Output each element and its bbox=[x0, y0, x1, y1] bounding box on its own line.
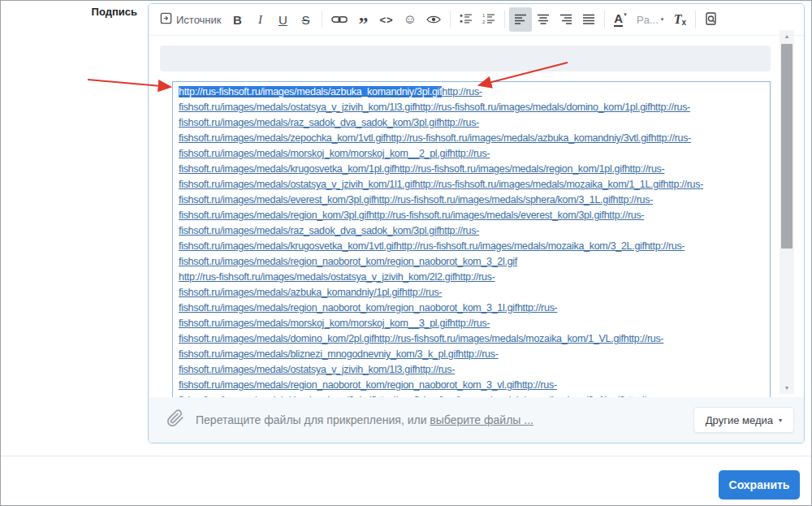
link-button[interactable] bbox=[326, 7, 352, 32]
chevron-down-icon: ▾ bbox=[779, 417, 782, 424]
url-text-line: fishsoft.ru/images/medals/ostatsya_v_jzi… bbox=[179, 362, 764, 378]
url-text-line: fishsoft.ru/images/medals/ostatsya_v_jzi… bbox=[179, 177, 764, 192]
align-left-icon bbox=[514, 13, 527, 27]
preview-toggle-button[interactable] bbox=[421, 7, 446, 32]
align-right-button[interactable] bbox=[555, 7, 577, 32]
signature-editor-screen: Подпись Источник B I U S ” <> ☺ bbox=[0, 0, 812, 506]
underline-button[interactable]: U bbox=[272, 7, 295, 32]
bullet-list-button[interactable] bbox=[455, 7, 477, 32]
url-text-line-first: http://rus-fishsoft.ru/images/medals/azb… bbox=[179, 84, 764, 100]
paragraph-format-dropdown[interactable]: Pa... ▾ bbox=[632, 7, 668, 32]
url-text-line: fishsoft.ru/images/medals/zepochka_kom/1… bbox=[179, 131, 764, 146]
other-media-label: Другие медиа bbox=[706, 414, 773, 426]
editor-content-area: http://rus-fishsoft.ru/images/medals/azb… bbox=[149, 36, 804, 397]
rich-text-editor: Источник B I U S ” <> ☺ bbox=[148, 3, 805, 443]
scroll-up-arrow[interactable]: ▴ bbox=[780, 30, 794, 42]
italic-icon: I bbox=[258, 13, 262, 27]
smiley-icon: ☺ bbox=[404, 12, 417, 27]
align-right-icon bbox=[559, 13, 572, 27]
strikethrough-button[interactable]: S bbox=[295, 7, 317, 32]
justify-icon bbox=[582, 13, 595, 27]
url-text-line: fishsoft.ru/images/medals/everest_kom/3p… bbox=[179, 192, 764, 208]
remove-format-button[interactable]: T x bbox=[668, 7, 691, 32]
paragraph-format-label: Pa... bbox=[637, 14, 659, 26]
document-magnifier-icon bbox=[705, 12, 718, 28]
url-text-line: fishsoft.ru/images/medals/krugosvetka_ko… bbox=[179, 162, 764, 177]
emoji-button[interactable]: ☺ bbox=[399, 7, 421, 32]
url-text-line: http://rus-fishsoft.ru/images/medals/ost… bbox=[179, 270, 764, 285]
chevron-down-icon: ▾ bbox=[624, 11, 627, 18]
paperclip-icon bbox=[166, 409, 184, 430]
strikethrough-icon: S bbox=[301, 13, 309, 27]
italic-button[interactable]: I bbox=[249, 7, 272, 32]
bold-icon: B bbox=[233, 13, 242, 27]
text-color-button[interactable]: A ▾ bbox=[609, 7, 632, 32]
code-button[interactable]: <> bbox=[375, 7, 399, 32]
toolbar-separator bbox=[604, 11, 605, 28]
url-text-line: fishsoft.ru/images/medals/region_kom/3pl… bbox=[179, 208, 764, 223]
align-center-icon bbox=[537, 13, 550, 27]
source-button[interactable]: Источник bbox=[155, 7, 227, 32]
toolbar-separator bbox=[504, 11, 505, 28]
toolbar-separator bbox=[322, 11, 322, 28]
link-icon bbox=[331, 13, 348, 27]
signature-field-label: Подпись bbox=[1, 6, 137, 18]
url-text-line: fishsoft.ru/images/medals/krugosvetka_ko… bbox=[179, 239, 764, 254]
underline-icon: U bbox=[279, 13, 287, 27]
numbered-list-button[interactable]: 12 bbox=[477, 7, 500, 32]
empty-paragraph-block bbox=[160, 45, 771, 71]
url-text-line: fishsoft.ru/images/medals/raz_sadok_dva_… bbox=[179, 115, 764, 131]
other-media-button[interactable]: Другие медиа ▾ bbox=[693, 407, 794, 433]
url-text-line: fishsoft.ru/images/medals/ostatsya_v_jzi… bbox=[179, 100, 764, 115]
svg-text:1: 1 bbox=[482, 13, 486, 18]
quote-icon: ” bbox=[359, 19, 369, 28]
vertical-scrollbar[interactable]: ▴ ▾ bbox=[780, 30, 794, 394]
justify-button[interactable] bbox=[577, 7, 600, 32]
numbered-list-icon: 12 bbox=[482, 13, 495, 27]
bullet-list-icon bbox=[460, 13, 473, 27]
url-text: http://rus- bbox=[442, 86, 482, 97]
bold-button[interactable]: B bbox=[227, 7, 249, 32]
url-text-line: fishsoft.ru/images/medals/azbuka_komandn… bbox=[179, 285, 764, 301]
editor-toolbar: Источник B I U S ” <> ☺ bbox=[149, 4, 804, 36]
text-color-icon: A bbox=[614, 12, 623, 27]
url-text-line: fishsoft.ru/images/medals/region_naoboro… bbox=[179, 301, 764, 316]
page-preview-button[interactable] bbox=[700, 7, 723, 32]
eye-icon bbox=[426, 13, 441, 27]
align-center-button[interactable] bbox=[532, 7, 555, 32]
chevron-down-icon: ▾ bbox=[661, 16, 664, 23]
toolbar-separator bbox=[450, 11, 451, 28]
url-text-line: fishsoft.ru/images/medals/domino_kom/2pl… bbox=[179, 331, 764, 347]
source-code-icon bbox=[160, 12, 172, 27]
svg-text:2: 2 bbox=[482, 19, 486, 24]
save-button[interactable]: Сохранить bbox=[719, 470, 800, 500]
url-text-line: fishsoft.ru/images/medals/morskoj_kom/mo… bbox=[179, 146, 764, 162]
url-text-line: fishsoft.ru/images/medals/raz_sadok_dva_… bbox=[179, 223, 764, 239]
source-button-label: Источник bbox=[176, 14, 222, 26]
url-text-line: fishsoft.ru/images/medals/region_naoboro… bbox=[179, 254, 764, 270]
editable-text-area[interactable]: http://rus-fishsoft.ru/images/medals/azb… bbox=[172, 81, 771, 397]
section-divider bbox=[1, 456, 811, 456]
choose-files-link[interactable]: выберите файлы ... bbox=[430, 413, 533, 426]
toolbar-separator bbox=[695, 11, 696, 28]
scroll-down-arrow[interactable]: ▾ bbox=[780, 382, 794, 394]
blockquote-button[interactable]: ” bbox=[352, 7, 375, 32]
url-text-line: fishsoft.ru/images/medals/morskoj_kom/mo… bbox=[179, 316, 764, 331]
url-text-line: fishsoft.ru/images/medals/region_naoboro… bbox=[179, 378, 764, 393]
remove-format-icon: T bbox=[674, 12, 682, 27]
url-text-line: fishsoft.ru/images/medals/bliznezi_mnogo… bbox=[179, 347, 764, 362]
scrollbar-thumb[interactable] bbox=[781, 44, 793, 249]
code-icon: <> bbox=[380, 14, 394, 26]
align-left-button[interactable] bbox=[509, 7, 532, 32]
selected-url-text: http://rus-fishsoft.ru/images/medals/azb… bbox=[179, 86, 442, 97]
attach-hint-text: Перетащите файлы для прикрепления, или в… bbox=[196, 413, 533, 426]
attachment-footer: Перетащите файлы для прикрепления, или в… bbox=[149, 397, 804, 443]
